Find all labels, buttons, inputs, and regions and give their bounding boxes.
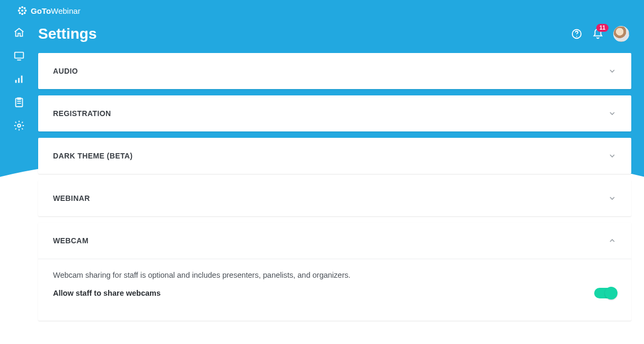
webcam-description: Webcam sharing for staff is optional and… [53,271,616,279]
section-title: WEBINAR [53,194,90,202]
analytics-icon[interactable] [13,73,25,85]
monitor-icon[interactable] [13,50,25,61]
toggle-allow-webcam-share[interactable] [594,288,616,298]
section-webinar-header[interactable]: WEBINAR [38,180,631,216]
svg-point-1 [21,6,23,8]
section-title: DARK THEME (BETA) [53,152,133,160]
page-title: Settings [38,25,96,42]
section-title: AUDIO [53,67,78,75]
section-title: WEBCAM [53,236,89,245]
svg-point-4 [25,10,27,12]
header-row: Settings 11 [38,21,631,47]
svg-point-2 [21,13,23,15]
svg-point-7 [19,12,21,14]
section-audio: AUDIO [38,53,631,89]
section-webcam-body: Webcam sharing for staff is optional and… [38,259,631,321]
chevron-down-icon [608,109,616,118]
chevron-down-icon [608,152,616,160]
section-title: REGISTRATION [53,109,111,118]
section-webcam-header[interactable]: WEBCAM [38,223,631,259]
chevron-down-icon [608,67,616,75]
svg-point-5 [19,7,21,10]
daisy-logo-icon [17,5,28,16]
svg-point-8 [24,12,26,14]
main-content: Settings 11 AUDIO [38,21,644,344]
svg-rect-9 [15,52,24,58]
svg-rect-10 [15,80,17,83]
logo-text: GoToWebinar [31,6,81,15]
section-audio-header[interactable]: AUDIO [38,53,631,89]
section-registration-header[interactable]: REGISTRATION [38,95,631,131]
svg-point-16 [576,36,577,37]
logo-bar: GoToWebinar [0,0,644,21]
gear-icon[interactable] [13,120,25,131]
svg-point-14 [17,124,21,127]
svg-point-6 [24,7,26,10]
settings-sections: AUDIO REGISTRATION DARK THEME (BETA) [38,53,631,321]
svg-point-0 [21,10,23,12]
svg-rect-11 [18,78,20,83]
notifications-button[interactable]: 11 [592,28,604,40]
setting-label: Allow staff to share webcams [53,289,161,297]
section-webcam: WEBCAM Webcam sharing for staff is optio… [38,223,631,321]
svg-rect-12 [21,76,23,83]
clipboard-icon[interactable] [13,96,25,108]
sidebar [0,21,38,344]
help-icon[interactable] [571,28,583,40]
section-registration: REGISTRATION [38,95,631,131]
svg-point-3 [18,10,20,12]
chevron-up-icon [608,236,616,245]
section-dark-theme-header[interactable]: DARK THEME (BETA) [38,138,631,174]
avatar[interactable] [613,26,629,42]
chevron-down-icon [608,194,616,202]
notification-badge: 11 [596,24,608,32]
setting-allow-webcam-share: Allow staff to share webcams [53,288,616,298]
dashboard-icon[interactable] [13,27,25,38]
section-webinar: WEBINAR [38,180,631,216]
section-dark-theme: DARK THEME (BETA) [38,138,631,174]
